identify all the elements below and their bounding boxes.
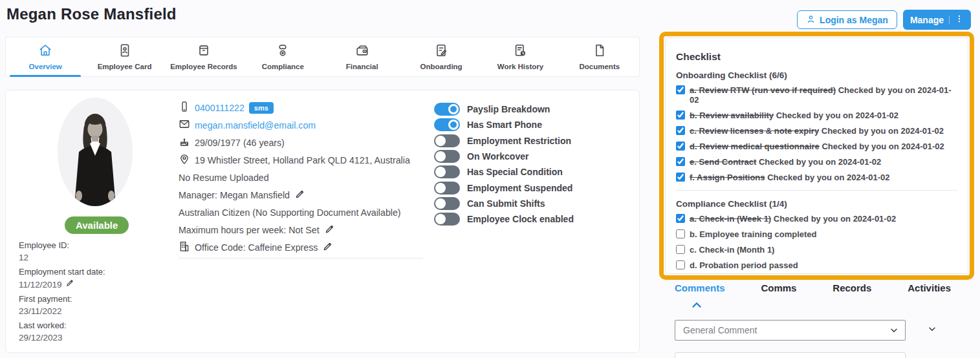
checkbox[interactable] bbox=[676, 157, 685, 166]
page-title: Megan Rose Mansfield bbox=[6, 5, 177, 23]
checklist-title: Checklist bbox=[676, 51, 957, 63]
edit-max-hours-icon[interactable] bbox=[324, 223, 336, 237]
birthdate-row: 29/09/1977 (46 years) bbox=[179, 134, 428, 151]
tab-comments[interactable]: Comments bbox=[675, 282, 725, 293]
checkbox[interactable] bbox=[676, 260, 685, 269]
medal-icon bbox=[276, 43, 290, 60]
checklist-highlight-frame: Checklist Onboarding Checklist (6/6) a. … bbox=[659, 32, 974, 280]
document-edit-icon bbox=[434, 43, 448, 60]
phone-row: 0400111222 sms bbox=[179, 99, 428, 116]
tab-employee-records[interactable]: Employee Records bbox=[164, 37, 243, 76]
activity-tab-bar: Comments Comms Records Activities bbox=[665, 282, 969, 293]
fact-start-date: Employment start date: 11/12/2019 bbox=[19, 266, 171, 291]
checkbox[interactable] bbox=[676, 142, 685, 151]
checklist-item-onboarding-b[interactable]: b. Review availability Checked by you on… bbox=[676, 111, 957, 120]
toggle-row-has-special-condition: Has Special Condition bbox=[434, 164, 574, 180]
checkbox[interactable] bbox=[676, 126, 685, 135]
checkbox[interactable] bbox=[676, 229, 685, 238]
toggle-can-submit-shifts[interactable] bbox=[434, 197, 460, 210]
checklist-item-onboarding-e[interactable]: e. Send Contract Checked by you on 2024-… bbox=[676, 157, 957, 167]
location-pin-icon bbox=[179, 153, 190, 167]
home-icon bbox=[38, 43, 52, 60]
checklist-item-onboarding-a[interactable]: a. Review RTW (run vevo if required) Che… bbox=[676, 85, 957, 105]
comment-type-select[interactable]: General Comment bbox=[675, 320, 906, 341]
toggle-row-can-submit-shifts: Can Submit Shifts bbox=[434, 196, 574, 211]
mail-icon bbox=[179, 118, 190, 132]
citizenship-row: Australian Citizen (No Supporting Docume… bbox=[179, 204, 428, 221]
toggle-on-workcover[interactable] bbox=[434, 150, 460, 163]
chevron-up-icon[interactable] bbox=[690, 298, 704, 315]
header-actions: Login as Megan Manage bbox=[797, 10, 971, 30]
toggle-row-employment-suspended: Employment Suspended bbox=[434, 180, 574, 195]
checklist-item-compliance-b[interactable]: b. Employee training completed bbox=[676, 229, 957, 239]
checklist-item-onboarding-c[interactable]: c. Review licenses & note expiry Checked… bbox=[676, 126, 957, 136]
tab-compliance[interactable]: Compliance bbox=[243, 37, 322, 76]
expand-chevron-down-icon[interactable] bbox=[927, 324, 937, 337]
sms-badge[interactable]: sms bbox=[249, 102, 274, 114]
fact-last-worked: Last worked: 29/12/2023 bbox=[19, 319, 171, 344]
resume-row: No Resume Uploaded bbox=[179, 169, 428, 186]
toggle-employee-clock-enabled[interactable] bbox=[434, 213, 460, 226]
checklist-item-onboarding-f[interactable]: f. Assign Positions Checked by you on 20… bbox=[676, 173, 957, 182]
kebab-menu-icon[interactable] bbox=[955, 14, 964, 25]
employee-facts: Employee ID: 12 Employment start date: 1… bbox=[19, 239, 171, 346]
fact-first-payment: First payment: 23/11/2022 bbox=[19, 293, 171, 317]
contact-details: 0400111222 sms megan.mansfield@email.com… bbox=[179, 99, 428, 256]
phone-link[interactable]: 0400111222 bbox=[195, 103, 245, 113]
tab-work-history[interactable]: Work History bbox=[481, 37, 560, 76]
fact-employee-id: Employee ID: 12 bbox=[19, 239, 171, 264]
toggle-row-employee-clock-enabled: Employee Clock enabled bbox=[434, 211, 574, 227]
checkbox[interactable] bbox=[676, 85, 685, 94]
checkbox[interactable] bbox=[676, 214, 685, 223]
profile-tab-bar: Overview Employee Card Employee Records … bbox=[5, 37, 640, 77]
tab-employee-card[interactable]: Employee Card bbox=[85, 37, 164, 76]
toggle-employment-restriction[interactable] bbox=[434, 134, 460, 147]
manager-row: Manager: Megan Mansfield bbox=[179, 186, 428, 204]
onboarding-checklist-title: Onboarding Checklist (6/6) bbox=[676, 70, 957, 80]
tab-financial[interactable]: Financial bbox=[323, 37, 402, 76]
toggle-row-payslip-breakdown: Payslip Breakdown bbox=[434, 101, 574, 117]
checkbox[interactable] bbox=[676, 111, 685, 120]
mobile-phone-icon bbox=[179, 101, 190, 114]
toggle-has-special-condition[interactable] bbox=[434, 165, 460, 178]
status-badge: Available bbox=[65, 216, 129, 234]
login-as-button[interactable]: Login as Megan bbox=[797, 10, 897, 29]
activity-panel: Comments Comms Records Activities Genera… bbox=[665, 282, 969, 358]
max-hours-row: Maximum hours per week: Not Set bbox=[179, 221, 428, 238]
toggle-payslip-breakdown[interactable] bbox=[434, 103, 460, 116]
comment-input[interactable] bbox=[675, 352, 906, 358]
address-row: 19 Whistler Street, Holland Park QLD 412… bbox=[179, 151, 428, 169]
tab-overview[interactable]: Overview bbox=[6, 37, 85, 76]
checklist-card: Checklist Onboarding Checklist (6/6) a. … bbox=[665, 37, 968, 274]
edit-start-date-icon[interactable] bbox=[65, 278, 75, 291]
toggle-row-has-smart-phone: Has Smart Phone bbox=[434, 117, 574, 132]
cake-icon bbox=[179, 136, 190, 149]
file-icon bbox=[593, 43, 607, 60]
toggle-employment-suspended[interactable] bbox=[434, 182, 460, 195]
employee-toggles: Payslip Breakdown Has Smart Phone Employ… bbox=[434, 101, 574, 227]
checklist-item-compliance-d[interactable]: d. Probation period passed bbox=[676, 260, 957, 270]
comment-type-select-wrap: General Comment bbox=[675, 320, 906, 341]
toggle-row-on-workcover: On Workcover bbox=[434, 149, 574, 164]
tab-comms[interactable]: Comms bbox=[761, 282, 796, 293]
email-link[interactable]: megan.mansfield@email.com bbox=[195, 120, 316, 131]
wallet-icon bbox=[355, 43, 369, 60]
edit-office-code-icon[interactable] bbox=[322, 240, 334, 254]
edit-manager-icon[interactable] bbox=[294, 188, 306, 202]
office-code-row: Office Code: Caffeine Express bbox=[179, 238, 428, 256]
tab-records[interactable]: Records bbox=[833, 282, 871, 293]
document-clock-icon bbox=[513, 43, 527, 60]
toggle-has-smart-phone[interactable] bbox=[434, 118, 460, 131]
employee-photo bbox=[58, 98, 133, 206]
tab-onboarding[interactable]: Onboarding bbox=[402, 37, 481, 76]
checkbox[interactable] bbox=[676, 173, 685, 182]
id-card-icon bbox=[118, 43, 132, 60]
checkbox[interactable] bbox=[676, 245, 685, 254]
manage-button[interactable]: Manage bbox=[903, 10, 971, 30]
checklist-item-compliance-c[interactable]: c. Check-in (Month 1) bbox=[676, 245, 957, 255]
checklist-item-compliance-a[interactable]: a. Check-in (Week 1) Checked by you on 2… bbox=[676, 214, 957, 224]
person-icon bbox=[806, 14, 816, 26]
tab-documents[interactable]: Documents bbox=[560, 37, 639, 76]
tab-activities[interactable]: Activities bbox=[908, 282, 951, 293]
checklist-item-onboarding-d[interactable]: d. Review medical questionnaire Checked … bbox=[676, 142, 957, 151]
